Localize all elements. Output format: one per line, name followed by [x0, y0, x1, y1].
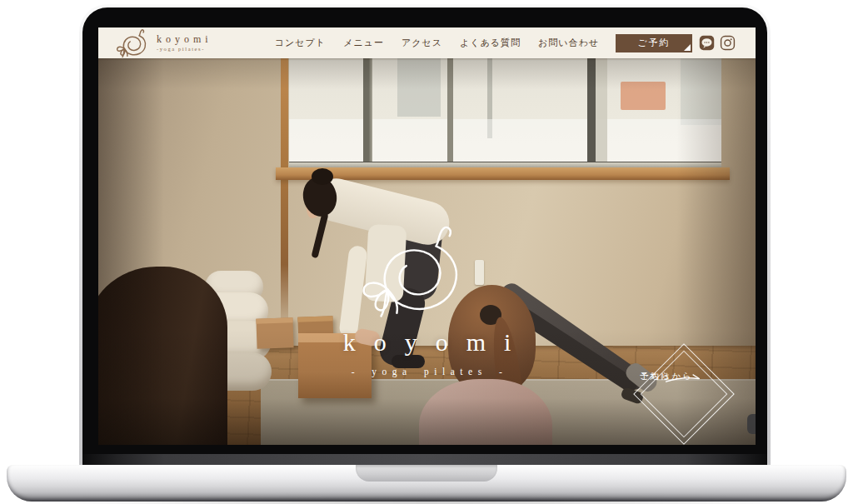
window-glass	[289, 58, 721, 167]
window-mullion	[363, 58, 372, 167]
site-header: koyomi -yoga pilates- コンセプト メニュー アクセス よく…	[98, 27, 756, 58]
logo-subtitle: -yoga pilates-	[157, 47, 212, 52]
koyomi-swirl-icon	[115, 29, 152, 59]
nav-item-contact[interactable]: お問い合わせ	[538, 37, 599, 49]
button-corner-triangle	[684, 44, 691, 51]
window-orange-shape	[621, 82, 666, 110]
reserve-button[interactable]: ご予約	[616, 34, 692, 52]
window-building-shape	[397, 58, 441, 117]
window-sill	[276, 167, 730, 180]
window-mullion	[587, 58, 596, 167]
hero-logo-overlay: koyomi - yoga pilates -	[269, 225, 586, 377]
hero-logo-subtitle: - yoga pilates -	[269, 367, 591, 377]
koyomi-swirl-icon-white	[354, 225, 479, 323]
nav-item-menu[interactable]: メニュー	[343, 37, 384, 49]
window-building-shape	[681, 58, 721, 125]
window-frosted-band	[289, 119, 721, 167]
laptop-base-notch	[356, 465, 497, 482]
student-dark-hair	[98, 267, 227, 445]
laptop-screen: koyomi -yoga pilates- コンセプト メニュー アクセス よく…	[98, 27, 756, 445]
nav-item-access[interactable]: アクセス	[402, 37, 442, 49]
laptop-mockup: koyomi -yoga pilates- コンセプト メニュー アクセス よく…	[0, 0, 853, 504]
window-mullion	[447, 58, 453, 167]
nav-item-concept[interactable]: コンセプト	[275, 37, 326, 49]
main-nav: コンセプト メニュー アクセス よくある質問 お問い合わせ	[275, 37, 599, 49]
laptop-drop-shadow	[25, 497, 828, 504]
hero-video: koyomi - yoga pilates - 予約は こちらから	[98, 58, 756, 445]
laptop-hinge	[82, 454, 767, 465]
hero-logo-title: koyomi	[269, 328, 604, 357]
window-mullion	[596, 58, 607, 167]
line-icon[interactable]	[699, 35, 715, 51]
site-logo[interactable]: koyomi -yoga pilates-	[115, 27, 212, 59]
logo-title: koyomi	[157, 34, 212, 44]
nav-item-faq[interactable]: よくある質問	[460, 37, 521, 49]
instructor-hair-bun	[312, 168, 333, 185]
corner-widget-partial	[747, 414, 756, 434]
social-icons	[699, 35, 736, 51]
instagram-icon[interactable]	[720, 35, 736, 51]
